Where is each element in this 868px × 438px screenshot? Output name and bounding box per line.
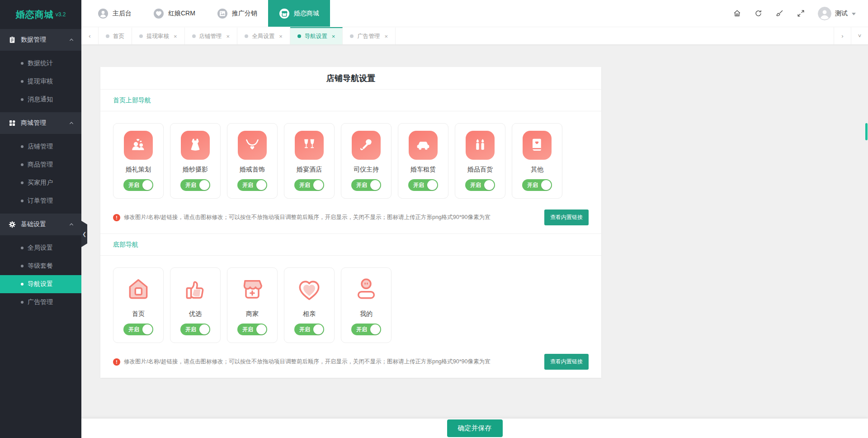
scrollbar-thumb[interactable]: [865, 123, 868, 140]
sidebar-item-店铺管理[interactable]: 店铺管理: [0, 138, 81, 156]
toggle-label: 开启: [299, 181, 310, 189]
car-icon[interactable]: [409, 131, 438, 160]
tab-close-icon[interactable]: ×: [384, 33, 388, 40]
sidebar: 婚恋商城 v3.2 数据管理数据统计提现审核消息通知商城管理店铺管理商品管理买家…: [0, 0, 81, 438]
candles-icon[interactable]: [466, 131, 495, 160]
tab-close-icon[interactable]: ×: [279, 33, 283, 40]
enable-toggle[interactable]: 开启: [237, 179, 267, 191]
sidebar-item-数据统计[interactable]: 数据统计: [0, 54, 81, 72]
nav-card-优选[interactable]: 优选开启: [170, 267, 221, 343]
view-builtin-links-button[interactable]: 查看内置链接: [544, 209, 589, 225]
sidebar-item-买家用户[interactable]: 买家用户: [0, 174, 81, 192]
top-nav-label: 主后台: [113, 10, 132, 18]
sidebar-item-商品管理[interactable]: 商品管理: [0, 156, 81, 174]
sidebar-section-商城管理[interactable]: 商城管理: [0, 112, 81, 134]
enable-toggle[interactable]: 开启: [408, 179, 438, 191]
book-icon[interactable]: [523, 131, 552, 160]
sidebar-collapse-handle[interactable]: ❮: [81, 221, 87, 247]
enable-toggle[interactable]: 开启: [465, 179, 495, 191]
sidebar-item-全局设置[interactable]: 全局设置: [0, 239, 81, 257]
refresh-icon[interactable]: [754, 9, 763, 18]
nav-card-婚纱摄影[interactable]: 婚纱摄影开启: [170, 123, 221, 199]
app-logo[interactable]: 婚恋商城 v3.2: [0, 0, 81, 29]
toggle-knob: [370, 324, 380, 334]
tabs-scroll-right-button[interactable]: ›: [834, 27, 851, 44]
panel-sections: 首页上部导航婚礼策划开启婚纱摄影开启婚戒首饰开启婚宴酒店开启司仪主持开启婚车租赁…: [100, 90, 601, 378]
nav-card-其他[interactable]: 其他开启: [512, 123, 562, 199]
toggle-label: 开启: [242, 326, 253, 333]
toggle-knob: [541, 180, 551, 190]
enable-toggle[interactable]: 开启: [294, 179, 324, 191]
sidebar-item-广告管理[interactable]: 广告管理: [0, 293, 81, 311]
microphone-icon[interactable]: [352, 131, 381, 160]
user-outline-icon[interactable]: [352, 275, 381, 304]
save-button[interactable]: 确定并保存: [447, 419, 503, 437]
necklace-icon[interactable]: [238, 131, 267, 160]
tab-导航设置[interactable]: 导航设置×: [290, 27, 343, 44]
enable-toggle[interactable]: 开启: [351, 179, 381, 191]
nav-card-首页[interactable]: 首页开启: [113, 267, 164, 343]
sidebar-item-导航设置[interactable]: 导航设置: [0, 275, 81, 293]
notice-text: 修改图片/名称/超链接，请点击图标修改；可以按住不放拖动项目调整前后顺序，开启显…: [124, 358, 535, 366]
top-nav-item-主后台[interactable]: 主后台: [87, 0, 142, 27]
sidebar-item-等级套餐[interactable]: 等级套餐: [0, 257, 81, 275]
tab-close-icon[interactable]: ×: [332, 33, 335, 40]
dress-icon[interactable]: [181, 131, 210, 160]
tab-店铺管理[interactable]: 店铺管理×: [185, 27, 238, 44]
nav-card-相亲[interactable]: 相亲开启: [284, 267, 335, 343]
tab-全局设置[interactable]: 全局设置×: [237, 27, 290, 44]
enable-toggle[interactable]: 开启: [522, 179, 552, 191]
nav-card-婚戒首饰[interactable]: 婚戒首饰开启: [227, 123, 278, 199]
couple-icon[interactable]: [124, 131, 153, 160]
tab-dot-icon: [350, 34, 354, 38]
sidebar-item-label: 买家用户: [28, 179, 53, 187]
enable-toggle[interactable]: 开启: [180, 324, 210, 335]
home-outline-icon[interactable]: [124, 275, 153, 304]
tab-dot-icon: [245, 34, 248, 38]
enable-toggle[interactable]: 开启: [351, 324, 381, 335]
top-nav-item-红娘CRM[interactable]: 红娘CRM: [142, 0, 206, 27]
tab-广告管理[interactable]: 广告管理×: [343, 27, 396, 44]
user-menu[interactable]: 测试: [818, 7, 856, 20]
top-nav-label: 红娘CRM: [168, 10, 195, 18]
toggle-label: 开启: [299, 326, 310, 333]
nav-card-婚礼策划[interactable]: 婚礼策划开启: [113, 123, 164, 199]
top-nav-item-婚恋商城[interactable]: 婚恋商城: [268, 0, 330, 27]
enable-toggle[interactable]: 开启: [180, 179, 210, 191]
sidebar-section-基础设置[interactable]: 基础设置: [0, 214, 81, 235]
enable-toggle[interactable]: 开启: [123, 179, 153, 191]
nav-card-我的[interactable]: 我的开启: [341, 267, 392, 343]
cards-row: 首页开启优选开启商家开启相亲开启我的开启: [100, 256, 601, 352]
sidebar-item-订单管理[interactable]: 订单管理: [0, 192, 81, 210]
sidebar-section-数据管理[interactable]: 数据管理: [0, 29, 81, 51]
view-builtin-links-button[interactable]: 查看内置链接: [544, 354, 589, 370]
tab-首页[interactable]: 首页: [99, 27, 132, 44]
sidebar-item-消息通知[interactable]: 消息通知: [0, 90, 81, 109]
store-outline-icon[interactable]: [238, 275, 267, 304]
enable-toggle[interactable]: 开启: [237, 324, 267, 335]
home-icon[interactable]: [733, 9, 741, 18]
sidebar-item-label: 全局设置: [28, 244, 53, 252]
enable-toggle[interactable]: 开启: [123, 324, 153, 335]
toggle-label: 开启: [470, 181, 481, 189]
sidebar-item-提现审核[interactable]: 提现审核: [0, 72, 81, 90]
enable-toggle[interactable]: 开启: [294, 324, 324, 335]
thumbs-up-icon[interactable]: [181, 275, 210, 304]
nav-card-司仪主持[interactable]: 司仪主持开启: [341, 123, 392, 199]
nav-card-婚车租赁[interactable]: 婚车租赁开启: [398, 123, 448, 199]
sidebar-section-label: 商城管理: [21, 119, 46, 127]
brush-icon[interactable]: [775, 9, 784, 18]
tab-close-icon[interactable]: ×: [226, 33, 230, 40]
heart-outline-icon[interactable]: [295, 275, 324, 304]
tabs-scroll-left-button[interactable]: ‹: [81, 27, 99, 44]
fullscreen-icon[interactable]: [797, 9, 805, 18]
top-nav-item-推广分销[interactable]: 推广分销: [206, 0, 268, 27]
nav-card-婚品百货[interactable]: 婚品百货开启: [455, 123, 505, 199]
nav-card-商家[interactable]: 商家开启: [227, 267, 278, 343]
wine-icon[interactable]: [295, 131, 324, 160]
sidebar-item-label: 商品管理: [28, 161, 53, 169]
tabs-dropdown-button[interactable]: ˅: [851, 27, 868, 44]
tab-close-icon[interactable]: ×: [174, 33, 177, 40]
nav-card-婚宴酒店[interactable]: 婚宴酒店开启: [284, 123, 335, 199]
tab-提现审核[interactable]: 提现审核×: [132, 27, 185, 44]
